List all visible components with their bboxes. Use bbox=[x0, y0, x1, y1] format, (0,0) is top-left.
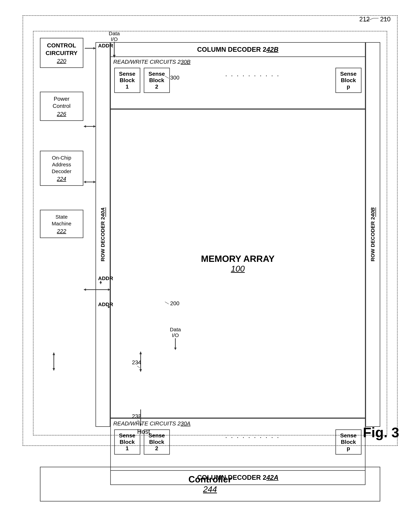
control-circuitry-ref: 220 bbox=[44, 58, 80, 64]
power-control-box: PowerControl 226 bbox=[40, 92, 83, 121]
sense-block-bottom-2: SenseBlock 2 bbox=[144, 429, 170, 455]
address-decoder-title: On-ChipAddressDecoder bbox=[44, 154, 80, 175]
dots-top: . . . . . . . . . . bbox=[173, 68, 332, 78]
svg-line-48 bbox=[365, 18, 373, 22]
address-decoder-box: On-ChipAddressDecoder 224 bbox=[40, 151, 83, 186]
row-decoder-right-label: ROW DECODER 240B bbox=[370, 207, 376, 262]
row-decoder-right-box: ROW DECODER 240B bbox=[365, 42, 380, 427]
row-decoder-left-box: ROW DECODER 240A bbox=[96, 42, 110, 427]
control-circuitry-box: CONTROLCIRCUITRY 220 bbox=[40, 38, 83, 68]
state-machine-box: StateMachine 222 bbox=[40, 210, 83, 238]
address-decoder-ref: 224 bbox=[44, 176, 80, 182]
controller-box: Controller 244 bbox=[40, 467, 380, 502]
rw-circuits-top-box: READ/WRITE CIRCUITS 230B SenseBlock 1 Se… bbox=[110, 57, 365, 109]
dots-bottom: . . . . . . . . . . bbox=[173, 429, 332, 439]
col-decoder-top-label: COLUMN DECODER 242B bbox=[197, 46, 278, 53]
power-control-ref: 226 bbox=[44, 111, 80, 117]
memory-array-title: MEMORY ARRAY bbox=[201, 253, 275, 264]
rw-top-label: READ/WRITE CIRCUITS 230B bbox=[111, 57, 365, 67]
sense-block-bottom-p: SenseBlock p bbox=[335, 429, 362, 455]
state-machine-ref: 222 bbox=[44, 228, 80, 234]
sense-block-top-p: SenseBlock p bbox=[335, 68, 362, 93]
page: 212 210 CONTROLCIRCUITRY 220 PowerContro… bbox=[19, 12, 401, 515]
col-decoder-top-box: COLUMN DECODER 242B bbox=[110, 42, 365, 57]
row-decoder-left-label: ROW DECODER 240A bbox=[100, 207, 106, 262]
memory-array-box: MEMORY ARRAY 100 bbox=[110, 109, 365, 418]
state-machine-title: StateMachine bbox=[44, 213, 80, 227]
controller-ref: 244 bbox=[203, 484, 217, 494]
rw-circuits-bottom-box: READ/WRITE CIRCUITS 230A SenseBlock 1 Se… bbox=[110, 418, 365, 470]
controller-title: Controller bbox=[188, 474, 232, 484]
power-control-title: PowerControl bbox=[44, 95, 80, 110]
bracket-212 bbox=[339, 16, 391, 24]
sense-blocks-bottom: SenseBlock 1 SenseBlock 2 . . . . . . . … bbox=[111, 428, 365, 455]
rw-bottom-label: READ/WRITE CIRCUITS 230A bbox=[111, 419, 365, 428]
memory-array-ref: 100 bbox=[231, 264, 245, 274]
sense-block-top-2: SenseBlock 2 bbox=[144, 68, 170, 93]
control-circuitry-title: CONTROLCIRCUITRY bbox=[44, 42, 80, 57]
sense-block-top-1: SenseBlock 1 bbox=[114, 68, 140, 93]
sense-block-bottom-1: SenseBlock 1 bbox=[114, 429, 140, 455]
sense-blocks-top: SenseBlock 1 SenseBlock 2 . . . . . . . … bbox=[111, 67, 365, 94]
